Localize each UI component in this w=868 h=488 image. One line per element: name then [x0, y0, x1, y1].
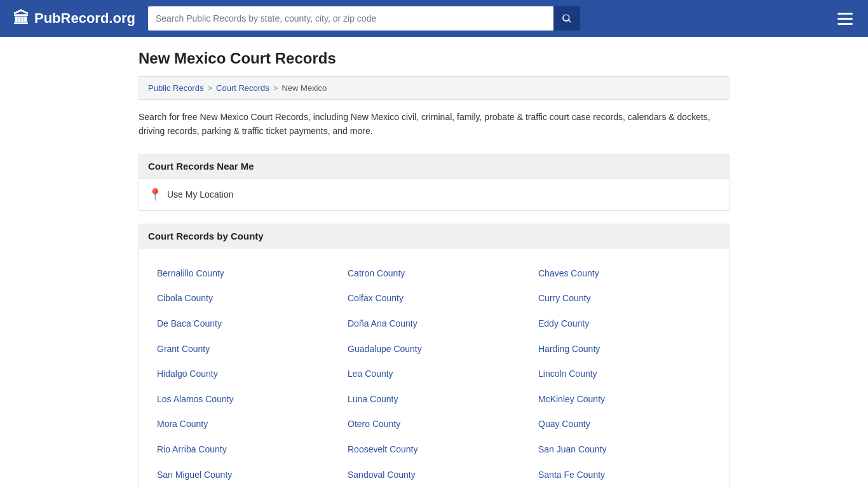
search-button[interactable]	[553, 6, 580, 30]
county-link[interactable]: Catron County	[339, 261, 529, 287]
search-area	[148, 6, 580, 30]
search-icon	[561, 13, 573, 24]
search-input[interactable]	[148, 6, 553, 30]
location-icon: 📍	[148, 187, 162, 201]
county-link[interactable]: Bernalillo County	[148, 261, 339, 287]
near-me-header: Court Records Near Me	[139, 154, 729, 179]
county-link[interactable]: Guadalupe County	[339, 337, 529, 362]
county-link[interactable]: Hidalgo County	[148, 362, 339, 387]
county-link[interactable]: Chaves County	[529, 261, 720, 287]
county-link[interactable]: Los Alamos County	[148, 387, 339, 412]
county-grid: Bernalillo CountyCatron CountyChaves Cou…	[148, 257, 720, 488]
county-link[interactable]: Grant County	[148, 337, 339, 362]
county-link[interactable]: Quay County	[529, 412, 720, 437]
county-link[interactable]: Roosevelt County	[339, 437, 529, 463]
breadcrumb-sep-2: >	[273, 83, 278, 93]
menu-icon	[837, 13, 853, 15]
county-link[interactable]: Rio Arriba County	[148, 437, 339, 463]
near-me-section: Court Records Near Me 📍 Use My Location	[139, 154, 729, 211]
county-link[interactable]: Santa Fe County	[529, 463, 720, 488]
county-link[interactable]: Colfax County	[339, 286, 529, 311]
breadcrumb-new-mexico: New Mexico	[281, 83, 327, 93]
county-link[interactable]: Otero County	[339, 412, 529, 437]
use-location-label: Use My Location	[167, 189, 233, 200]
county-link[interactable]: Eddy County	[529, 311, 720, 337]
county-link[interactable]: Lincoln County	[529, 362, 720, 387]
breadcrumb: Public Records > Court Records > New Mex…	[139, 76, 729, 100]
main-content: New Mexico Court Records Public Records …	[129, 37, 739, 488]
county-link[interactable]: San Miguel County	[148, 463, 339, 488]
county-link[interactable]: Doña Ana County	[339, 311, 529, 337]
page-description: Search for free New Mexico Court Records…	[139, 110, 729, 139]
county-link[interactable]: San Juan County	[529, 437, 720, 463]
breadcrumb-court-records[interactable]: Court Records	[216, 83, 269, 93]
by-county-header: Court Records by County	[139, 224, 729, 248]
county-link[interactable]: Sandoval County	[339, 463, 529, 488]
county-link[interactable]: Mora County	[148, 412, 339, 437]
near-me-body: 📍 Use My Location	[139, 179, 729, 210]
county-link[interactable]: Luna County	[339, 387, 529, 412]
site-name: PubRecord.org	[34, 10, 135, 27]
county-link[interactable]: De Baca County	[148, 311, 339, 337]
breadcrumb-sep-1: >	[207, 83, 212, 93]
site-logo[interactable]: 🏛 PubRecord.org	[13, 9, 135, 29]
building-icon: 🏛	[13, 9, 29, 29]
page-title: New Mexico Court Records	[139, 50, 729, 67]
county-link[interactable]: Harding County	[529, 337, 720, 362]
breadcrumb-public-records[interactable]: Public Records	[148, 83, 203, 93]
by-county-body: Bernalillo CountyCatron CountyChaves Cou…	[139, 248, 729, 488]
county-link[interactable]: Lea County	[339, 362, 529, 387]
county-link[interactable]: Cibola County	[148, 286, 339, 311]
use-location-button[interactable]: 📍 Use My Location	[148, 187, 233, 201]
by-county-section: Court Records by County Bernalillo Count…	[139, 224, 729, 488]
site-header: 🏛 PubRecord.org	[0, 0, 868, 37]
menu-button[interactable]	[835, 10, 855, 27]
county-link[interactable]: McKinley County	[529, 387, 720, 412]
county-link[interactable]: Curry County	[529, 286, 720, 311]
